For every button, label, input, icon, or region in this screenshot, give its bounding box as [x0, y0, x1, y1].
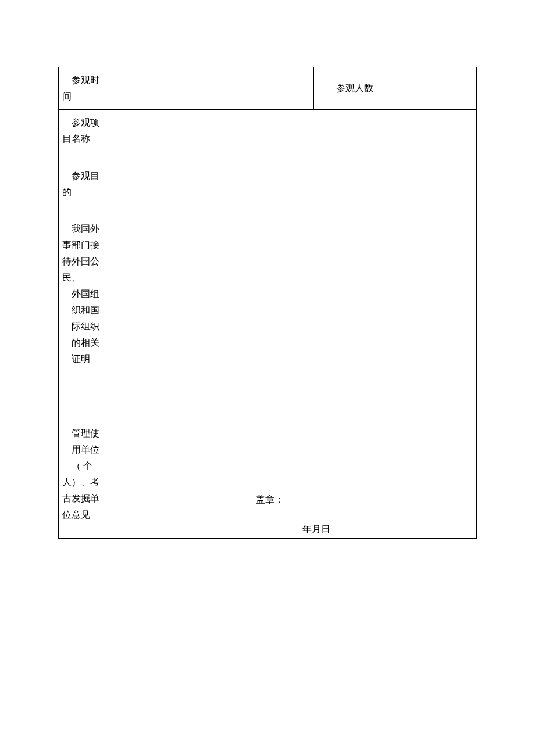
label-text: 证明: [62, 351, 101, 367]
purpose-label: 参观目 的: [59, 152, 105, 216]
visitor-count-value[interactable]: [395, 67, 477, 110]
label-text: 的: [62, 187, 72, 197]
label-text: 际组织: [62, 318, 101, 335]
label-text: 我国外: [62, 221, 101, 237]
date-label: 年月日: [302, 524, 330, 536]
label-text: 古发掘单: [62, 490, 101, 507]
visit-time-label: 参观时 间: [59, 67, 105, 110]
opinion-value[interactable]: 盖章： 年月日: [105, 390, 477, 539]
label-text: 参观人数: [336, 83, 373, 93]
label-text: 参观目: [62, 168, 101, 184]
label-text: 管理使: [62, 425, 101, 442]
label-text: （ 个: [62, 458, 101, 474]
label-text: 参观时: [62, 72, 101, 88]
foreign-affairs-label: 我国外 事部门接 待外国公 民、 外国组 织和国 际组织 的相关 证明: [59, 216, 105, 390]
label-text: 织和国: [62, 302, 101, 318]
label-text: 民、: [62, 270, 101, 286]
label-text: 用单位: [62, 442, 101, 458]
label-text: 参观项: [62, 114, 101, 131]
label-text: 位意见: [62, 507, 101, 523]
label-text: 外国组: [62, 286, 101, 302]
seal-label: 盖章：: [256, 494, 284, 506]
label-text: 待外国公: [62, 253, 101, 270]
purpose-value[interactable]: [105, 152, 477, 216]
foreign-affairs-value[interactable]: [105, 216, 477, 390]
project-name-label: 参观项 目名称: [59, 110, 105, 152]
label-text: 间: [62, 91, 72, 101]
label-text: 事部门接: [62, 237, 101, 253]
label-text: 目名称: [62, 134, 90, 144]
visitor-count-label: 参观人数: [314, 67, 395, 110]
opinion-label: 管理使 用单位 （ 个 人）、考 古发掘单 位意见: [59, 390, 105, 539]
application-form-table: 参观时 间 参观人数 参观项 目名称 参观目 的 我: [58, 67, 477, 539]
visit-time-value[interactable]: [105, 67, 314, 110]
label-text: 的相关: [62, 335, 101, 351]
label-text: 人）、考: [62, 474, 101, 490]
project-name-value[interactable]: [105, 110, 477, 152]
